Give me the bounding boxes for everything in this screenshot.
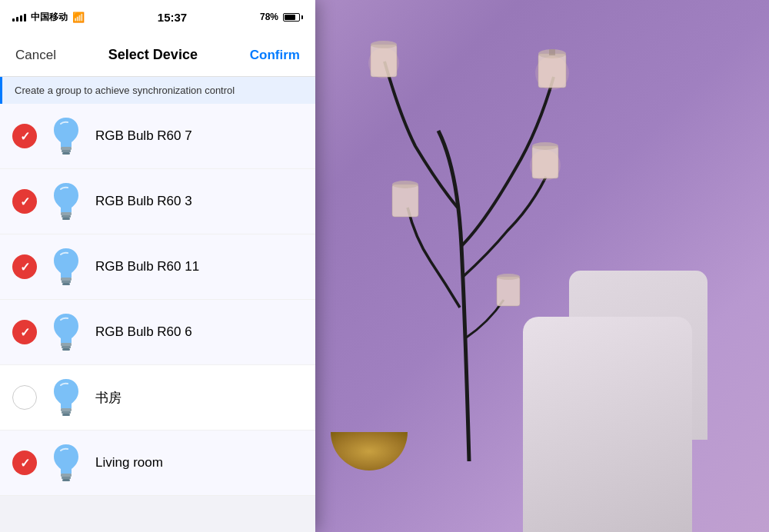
device-name-5: 书房: [95, 389, 122, 407]
svg-point-4: [371, 41, 397, 48]
cancel-button[interactable]: Cancel: [15, 48, 56, 63]
device-item-1[interactable]: ✓ RGB Bulb R60 7: [0, 104, 315, 169]
lamp-tree-svg: [346, 15, 592, 477]
confirm-button[interactable]: Confirm: [250, 48, 300, 63]
device-checkbox-3[interactable]: ✓: [12, 254, 37, 279]
battery-percentage: 78%: [260, 12, 278, 22]
svg-rect-29: [61, 474, 72, 477]
svg-rect-16: [62, 152, 70, 155]
device-name-4: RGB Bulb R60 6: [95, 324, 192, 340]
device-checkbox-5[interactable]: [12, 385, 37, 410]
checkmark-icon: ✓: [20, 129, 30, 144]
bulb-svg: [51, 181, 82, 221]
svg-rect-27: [62, 411, 71, 414]
svg-rect-22: [62, 283, 70, 285]
wifi-icon: 📶: [72, 12, 85, 23]
bulb-svg: [51, 377, 82, 417]
svg-point-12: [368, 48, 399, 78]
svg-rect-25: [62, 348, 70, 351]
svg-rect-26: [61, 408, 72, 411]
battery-icon: [283, 13, 303, 22]
bulb-svg: [51, 312, 82, 352]
device-name-1: RGB Bulb R60 7: [95, 128, 192, 144]
checkmark-icon: ✓: [20, 260, 30, 274]
svg-rect-14: [61, 147, 72, 150]
device-checkbox-2[interactable]: ✓: [12, 189, 37, 214]
svg-rect-30: [62, 477, 71, 479]
status-right: 78%: [260, 12, 303, 22]
checkmark-icon: ✓: [20, 325, 30, 340]
signal-bar-2: [16, 17, 18, 22]
bulb-svg: [51, 116, 82, 156]
bulb-svg: [51, 443, 82, 483]
status-bar: 中国移动 📶 15:37 78%: [0, 0, 315, 34]
bulb-icon-5: [48, 376, 85, 419]
svg-rect-15: [62, 150, 71, 152]
svg-rect-18: [62, 215, 71, 218]
checkmark-icon: ✓: [20, 195, 30, 209]
device-checkbox-4[interactable]: ✓: [12, 320, 37, 344]
device-checkbox-6[interactable]: ✓: [12, 451, 37, 475]
signal-bar-3: [20, 15, 22, 22]
bulb-icon-2: [48, 180, 85, 223]
bulb-icon-6: [48, 441, 85, 484]
svg-point-13: [530, 150, 561, 181]
device-item-6[interactable]: ✓ Living room: [0, 431, 315, 496]
svg-rect-28: [62, 414, 70, 416]
info-banner: Create a group to achieve synchronizatio…: [0, 77, 315, 104]
svg-rect-31: [62, 479, 70, 481]
device-name-6: Living room: [95, 455, 163, 470]
checkmark-icon: ✓: [20, 456, 30, 470]
device-list: ✓ RGB Bulb R60 7✓ RGB Bulb R60 3✓: [0, 104, 315, 496]
status-time: 15:37: [158, 11, 187, 24]
carrier-label: 中国移动: [31, 11, 68, 24]
page-title: Select Device: [108, 47, 198, 63]
svg-rect-24: [62, 346, 71, 348]
svg-rect-17: [61, 212, 72, 215]
svg-rect-23: [61, 343, 72, 346]
signal-bar-1: [12, 18, 15, 22]
device-item-4[interactable]: ✓ RGB Bulb R60 6: [0, 300, 315, 365]
svg-rect-2: [549, 49, 555, 55]
device-name-2: RGB Bulb R60 3: [95, 194, 192, 209]
svg-rect-19: [62, 218, 70, 220]
device-item-3[interactable]: ✓ RGB Bulb R60 11: [0, 234, 315, 300]
svg-rect-9: [497, 277, 520, 306]
bulb-icon-4: [48, 311, 85, 354]
device-item-2[interactable]: ✓ RGB Bulb R60 3: [0, 169, 315, 234]
bulb-icon-1: [48, 115, 85, 158]
bulb-icon-3: [48, 245, 85, 288]
nav-bar: Cancel Select Device Confirm: [0, 34, 315, 77]
info-banner-text: Create a group to achieve synchronizatio…: [15, 85, 235, 96]
bulb-svg: [51, 247, 82, 287]
device-name-3: RGB Bulb R60 11: [95, 259, 199, 274]
device-checkbox-1[interactable]: ✓: [12, 124, 37, 148]
svg-rect-20: [61, 278, 72, 281]
svg-rect-21: [62, 281, 71, 283]
svg-point-11: [535, 56, 569, 90]
svg-point-6: [532, 142, 558, 150]
device-item-5[interactable]: 书房: [0, 365, 315, 431]
svg-rect-7: [392, 185, 418, 217]
phone-panel: 中国移动 📶 15:37 78% Cancel Select Device Co…: [0, 0, 315, 532]
svg-point-10: [497, 274, 520, 280]
status-left: 中国移动 📶: [12, 11, 85, 24]
svg-point-8: [392, 181, 418, 188]
signal-bar-4: [24, 14, 26, 22]
signal-icon: [12, 12, 26, 22]
